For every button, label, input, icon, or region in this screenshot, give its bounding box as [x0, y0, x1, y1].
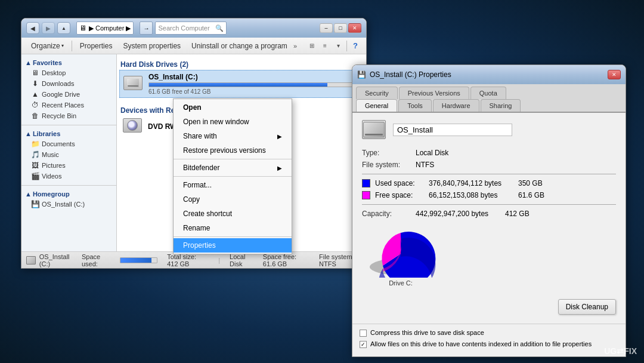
sidebar-item-label: OS_Install (C:)	[42, 201, 85, 208]
props-body: Type: Local Disk File system: NTFS Used …	[352, 113, 626, 294]
ctx-properties[interactable]: Properties	[174, 238, 292, 253]
sidebar-item-recent-places[interactable]: ⏱ Recent Places	[21, 100, 116, 110]
ctx-create-shortcut[interactable]: Create shortcut	[174, 207, 292, 221]
disk-cleanup-label: Disk Cleanup	[566, 303, 608, 311]
tab-previous-versions[interactable]: Previous Versions	[399, 87, 469, 99]
ctx-share-with[interactable]: Share with ▶	[174, 129, 292, 143]
organize-button[interactable]: Organize ▾	[26, 39, 69, 53]
ctx-format[interactable]: Format...	[174, 178, 292, 192]
status-type: Local Disk	[230, 253, 253, 267]
free-space-row: Free space: 66,152,153,088 bytes 61.6 GB	[362, 191, 616, 199]
address-bar[interactable]: 🖥 ▶ Computer ▶	[76, 21, 134, 35]
address-text: ▶ Computer ▶	[89, 24, 131, 32]
view-toggle-button[interactable]: ⊞	[306, 40, 318, 52]
sidebar-item-label: Desktop	[42, 69, 66, 76]
search-bar[interactable]: Search Computer 🔍	[155, 21, 227, 35]
ctx-share-arrow: ▶	[277, 133, 282, 140]
close-button[interactable]: ✕	[348, 23, 361, 33]
sidebar-item-downloads[interactable]: ⬇ Downloads	[21, 78, 116, 89]
properties-button[interactable]: Properties	[75, 39, 117, 53]
tab-general[interactable]: General	[356, 99, 397, 112]
disk-cleanup-button[interactable]: Disk Cleanup	[558, 299, 616, 315]
search-icon: 🔍	[215, 24, 224, 32]
tab-security[interactable]: Security	[356, 87, 398, 99]
system-properties-button[interactable]: System properties	[118, 39, 185, 53]
sidebar-item-music[interactable]: 🎵 Music	[21, 149, 116, 160]
watermark-text: UG⇄FIX	[604, 346, 637, 356]
window-controls: – □ ✕	[320, 23, 361, 33]
tab-tools[interactable]: Tools	[398, 99, 432, 112]
ctx-restore-versions[interactable]: Restore previous versions	[174, 143, 292, 158]
help-button[interactable]: ?	[349, 40, 361, 52]
status-drive-icon	[26, 256, 36, 264]
tab-quota[interactable]: Quota	[470, 87, 506, 99]
sidebar-item-videos[interactable]: 🎬 Videos	[21, 171, 116, 182]
view-dropdown-button[interactable]: ▾	[332, 40, 344, 52]
drive-c-label: Drive C:	[362, 279, 439, 287]
used-label: Used space:	[375, 179, 429, 187]
free-label: Free space:	[375, 191, 429, 199]
tab-sharing[interactable]: Sharing	[481, 99, 521, 112]
tab-hardware[interactable]: Hardware	[433, 99, 479, 112]
pie-chart	[362, 224, 439, 278]
props-tabs-row2: General Tools Hardware Sharing	[352, 99, 626, 113]
sidebar-item-desktop[interactable]: 🖥 Desktop	[21, 67, 116, 78]
maximize-button[interactable]: □	[334, 23, 347, 33]
videos-icon: 🎬	[31, 172, 39, 180]
ctx-bitdefender[interactable]: Bitdefender ▶	[174, 161, 292, 175]
status-free: Space free: 61.6 GB	[263, 253, 309, 267]
address-icon: 🖥	[79, 24, 86, 32]
index-checkbox[interactable]: ✓	[360, 341, 367, 348]
sidebar-item-recycle-bin[interactable]: 🗑 Recycle Bin	[21, 110, 116, 121]
forward-button[interactable]: ▶	[42, 22, 55, 34]
tab-hardware-label: Hardware	[442, 102, 470, 109]
libraries-header[interactable]: ▲ Libraries	[21, 129, 116, 139]
ctx-copy[interactable]: Copy	[174, 192, 292, 207]
drive-icon-c	[123, 76, 145, 93]
minimize-button[interactable]: –	[320, 23, 333, 33]
drive-item-c[interactable]: OS_Install (C:) 61.6 GB free of 412 GB	[119, 70, 364, 98]
status-separator: |	[218, 257, 220, 264]
props-sep1	[362, 174, 616, 174]
status-space-bar	[120, 257, 157, 263]
back-button[interactable]: ◀	[26, 22, 39, 34]
ctx-rename[interactable]: Rename	[174, 221, 292, 235]
compress-checkbox[interactable]	[360, 330, 367, 337]
ctx-sep2	[174, 176, 292, 177]
uninstall-button[interactable]: Uninstall or change a program	[187, 39, 292, 53]
ctx-sep1	[174, 159, 292, 159]
uninstall-label: Uninstall or change a program	[191, 42, 287, 50]
dvd-icon	[123, 118, 142, 133]
favorites-header[interactable]: ▲ Favorites	[21, 58, 116, 67]
type-label: Type:	[362, 149, 416, 157]
context-menu: Open Open in new window Share with ▶ Res…	[173, 99, 292, 254]
sidebar-item-documents[interactable]: 📁 Documents	[21, 139, 116, 149]
hard-disk-section-header: Hard Disk Drives (2)	[119, 58, 364, 70]
tab-quota-label: Quota	[479, 90, 497, 97]
homegroup-header[interactable]: ▲ Homegroup	[21, 189, 116, 199]
ctx-shortcut-label: Create shortcut	[183, 210, 232, 218]
props-close-button[interactable]: ✕	[608, 70, 621, 79]
ctx-open-label: Open	[183, 103, 202, 112]
ctx-open-new-window[interactable]: Open in new window	[174, 115, 292, 129]
drive-details-c: 61.6 GB free of 412 GB	[148, 88, 360, 95]
props-drive-icon-title: 💾	[357, 70, 366, 79]
props-drive-icon	[362, 120, 386, 139]
toolbar-more[interactable]: »	[293, 42, 297, 50]
up-button[interactable]: ▲	[57, 22, 70, 34]
libraries-label: Libraries	[33, 130, 60, 137]
sidebar-item-google-drive[interactable]: ▲ Google Drive	[21, 89, 116, 100]
used-color-box	[362, 179, 370, 187]
sidebar-item-pictures[interactable]: 🖼 Pictures	[21, 160, 116, 171]
ctx-share-label: Share with	[183, 132, 217, 140]
drive-name-input[interactable]	[393, 124, 512, 136]
organize-arrow: ▾	[61, 43, 64, 48]
drive-space-bar-c	[148, 82, 360, 87]
drive-c-label-text: Drive C:	[389, 279, 413, 287]
sidebar-item-os-install[interactable]: 💾 OS_Install (C:)	[21, 199, 116, 210]
free-bytes: 66,152,153,088 bytes	[429, 191, 518, 199]
go-button[interactable]: →	[140, 21, 153, 35]
ctx-open[interactable]: Open	[174, 100, 292, 115]
titlebar-left: ◀ ▶ ▲ 🖥 ▶ Computer ▶ → Search Computer 🔍	[26, 21, 227, 35]
view-list-button[interactable]: ≡	[319, 40, 331, 52]
